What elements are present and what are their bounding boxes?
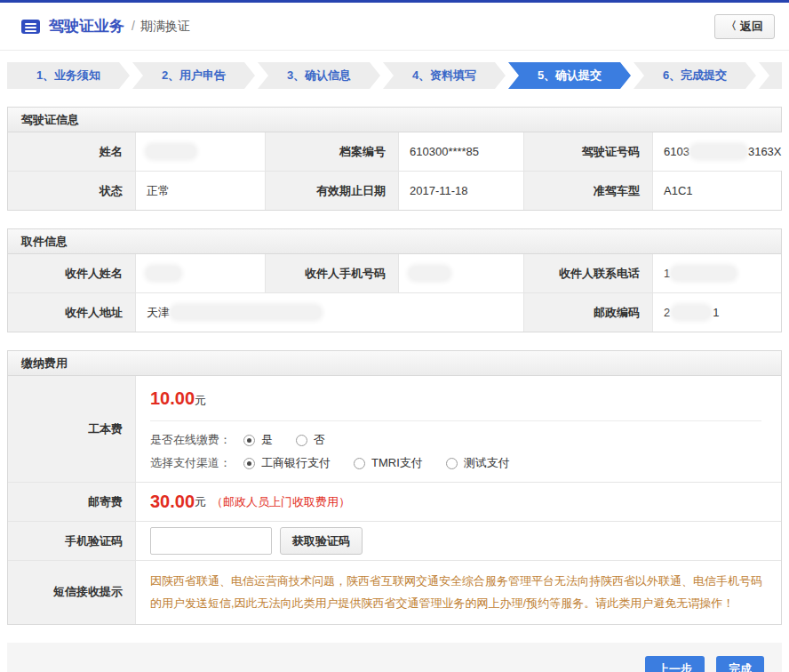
step-2-user-declaration[interactable]: 2、用户申告 bbox=[132, 62, 255, 89]
license-no-suffix: 3163X bbox=[748, 145, 782, 158]
postcode-value: 21 bbox=[653, 293, 781, 332]
sms-code-label: 手机验证码 bbox=[8, 522, 136, 560]
online-pay-row: 是否在线缴费： 是 否 bbox=[150, 432, 767, 448]
redacted-mobile bbox=[410, 267, 450, 280]
postage-cell: 30.00元 （邮政人员上门收取费用） bbox=[136, 483, 781, 521]
section-license-title: 驾驶证信息 bbox=[8, 108, 781, 132]
redacted-license-no bbox=[691, 145, 746, 158]
step-3-confirm-info[interactable]: 3、确认信息 bbox=[258, 62, 380, 89]
sms-tip-label: 短信接收提示 bbox=[8, 561, 136, 624]
sms-code-cell: 获取验证码 bbox=[136, 522, 781, 560]
phone-prefix: 1 bbox=[664, 267, 670, 280]
recipient-name-value bbox=[136, 254, 266, 292]
channel-icbc-label: 工商银行支付 bbox=[261, 455, 331, 471]
no-label: 否 bbox=[314, 432, 325, 448]
postcode-prefix: 2 bbox=[664, 306, 670, 319]
step-4-fill-data[interactable]: 4、资料填写 bbox=[383, 62, 506, 89]
table-row: 手机验证码 获取验证码 bbox=[8, 521, 781, 560]
status-value: 正常 bbox=[136, 172, 266, 210]
section-fees-title: 缴纳费用 bbox=[8, 351, 781, 376]
chevron-left-icon: 〈 bbox=[726, 19, 737, 34]
table-row: 工本费 10.00元 是否在线缴费： 是 否 选择支付渠道： bbox=[8, 376, 781, 482]
production-fee-amount: 10.00 bbox=[150, 388, 195, 408]
production-fee-cell: 10.00元 是否在线缴费： 是 否 选择支付渠道： 工商银行支付 bbox=[136, 376, 781, 482]
radio-yes[interactable] bbox=[243, 435, 255, 446]
file-no-label: 档案编号 bbox=[266, 132, 399, 171]
step-1-business-notice[interactable]: 1、业务须知 bbox=[7, 62, 130, 89]
mobile-value bbox=[399, 254, 524, 292]
sms-code-input[interactable] bbox=[150, 527, 272, 555]
online-pay-yes-option[interactable]: 是 bbox=[243, 432, 273, 448]
step-5-confirm-submit[interactable]: 5、确认提交 bbox=[508, 62, 631, 89]
table-row: 收件人地址 天津 邮政编码 21 bbox=[8, 292, 781, 332]
step-6-finish-submit[interactable]: 6、完成提交 bbox=[634, 62, 756, 89]
back-button-label: 返回 bbox=[740, 19, 763, 35]
previous-step-button[interactable]: 上一步 bbox=[645, 656, 705, 672]
breadcrumb: /期满换证 bbox=[132, 19, 190, 35]
license-no-label: 驾驶证号码 bbox=[524, 132, 653, 171]
section-license-info: 驾驶证信息 姓名 档案编号 610300****85 驾驶证号码 6103316… bbox=[7, 107, 782, 211]
production-fee-label: 工本费 bbox=[8, 376, 136, 482]
production-fee-amount-line: 10.00元 bbox=[150, 388, 767, 409]
fee-divider bbox=[150, 420, 761, 421]
redacted-name bbox=[147, 145, 195, 158]
pay-channel-label: 选择支付渠道： bbox=[150, 455, 231, 471]
recipient-name-label: 收件人姓名 bbox=[8, 254, 136, 292]
radio-channel-icbc[interactable] bbox=[243, 458, 255, 469]
name-label: 姓名 bbox=[8, 132, 136, 171]
table-row: 状态 正常 有效期止日期 2017-11-18 准驾车型 A1C1 bbox=[8, 171, 781, 210]
status-label: 状态 bbox=[8, 172, 136, 210]
channel-test-option[interactable]: 测试支付 bbox=[446, 455, 510, 471]
radio-no[interactable] bbox=[296, 435, 307, 446]
page-title: 驾驶证业务 bbox=[49, 16, 124, 36]
license-card-icon bbox=[21, 20, 40, 34]
section-fees: 缴纳费用 工本费 10.00元 是否在线缴费： 是 否 选择支付渠道： bbox=[7, 350, 782, 625]
breadcrumb-current: 期满换证 bbox=[140, 19, 190, 33]
redacted-postcode bbox=[673, 306, 710, 319]
postage-note: （邮政人员上门收取费用） bbox=[211, 494, 350, 510]
footer-actions: 上一步 完成 bbox=[7, 643, 782, 672]
get-code-button[interactable]: 获取验证码 bbox=[280, 527, 363, 555]
table-row: 邮寄费 30.00元 （邮政人员上门收取费用） bbox=[8, 482, 781, 521]
phone-value: 1 bbox=[653, 254, 781, 292]
redacted-phone bbox=[672, 267, 736, 280]
table-row: 收件人姓名 收件人手机号码 收件人联系电话 1 bbox=[8, 254, 781, 292]
file-no-value: 610300****85 bbox=[399, 132, 524, 171]
mobile-label: 收件人手机号码 bbox=[266, 254, 399, 292]
postage-amount: 30.00 bbox=[150, 492, 195, 512]
channel-icbc-option[interactable]: 工商银行支付 bbox=[243, 455, 331, 471]
section-pickup-info: 取件信息 收件人姓名 收件人手机号码 收件人联系电话 1 收件人地址 天津 邮政… bbox=[7, 228, 782, 332]
yuan-unit: 元 bbox=[195, 494, 206, 510]
step-bar-filler bbox=[759, 62, 782, 89]
pay-channel-row: 选择支付渠道： 工商银行支付 TMRI支付 测试支付 bbox=[150, 455, 767, 471]
table-row: 姓名 档案编号 610300****85 驾驶证号码 61033163X bbox=[8, 132, 781, 171]
sms-tip-text: 因陕西省联通、电信运营商技术问题，陕西省互联网交通安全综合服务管理平台无法向持陕… bbox=[136, 561, 781, 624]
postage-label: 邮寄费 bbox=[8, 483, 136, 521]
channel-tmri-option[interactable]: TMRI支付 bbox=[354, 455, 423, 471]
breadcrumb-divider: / bbox=[132, 19, 135, 33]
vehicle-class-label: 准驾车型 bbox=[524, 172, 653, 210]
phone-label: 收件人联系电话 bbox=[524, 254, 653, 292]
address-prefix: 天津 bbox=[147, 305, 170, 321]
channel-tmri-label: TMRI支付 bbox=[371, 455, 423, 471]
finish-button[interactable]: 完成 bbox=[716, 656, 764, 672]
postcode-label: 邮政编码 bbox=[524, 293, 653, 332]
section-pickup-title: 取件信息 bbox=[8, 229, 781, 254]
valid-until-label: 有效期止日期 bbox=[266, 172, 399, 210]
radio-channel-tmri[interactable] bbox=[354, 458, 365, 469]
redacted-recipient-name bbox=[147, 267, 180, 280]
vehicle-class-value: A1C1 bbox=[653, 172, 781, 210]
online-pay-no-option[interactable]: 否 bbox=[296, 432, 325, 448]
back-button[interactable]: 〈 返回 bbox=[714, 14, 775, 39]
license-no-prefix: 6103 bbox=[664, 145, 689, 158]
radio-channel-test[interactable] bbox=[446, 458, 458, 469]
valid-until-value: 2017-11-18 bbox=[399, 172, 524, 210]
redacted-address bbox=[171, 306, 321, 319]
yes-label: 是 bbox=[261, 432, 273, 448]
postcode-suffix: 1 bbox=[713, 306, 719, 319]
license-no-value: 61033163X bbox=[653, 132, 789, 171]
page-header: 驾驶证业务 /期满换证 〈 返回 bbox=[0, 3, 789, 51]
online-pay-label: 是否在线缴费： bbox=[150, 432, 231, 448]
wizard-steps: 1、业务须知 2、用户申告 3、确认信息 4、资料填写 5、确认提交 6、完成提… bbox=[7, 62, 782, 89]
name-value bbox=[136, 132, 266, 171]
